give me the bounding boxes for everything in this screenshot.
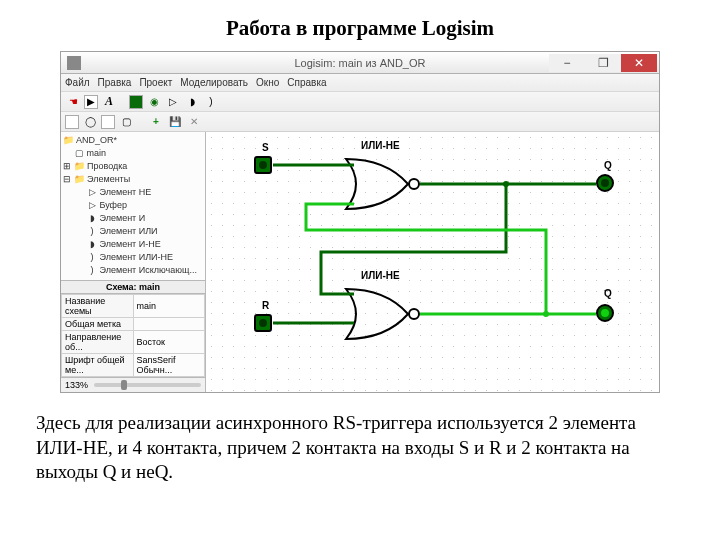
props-header: Схема: main xyxy=(61,280,205,294)
menu-file[interactable]: Файл xyxy=(65,77,90,88)
menubar: Файл Правка Проект Моделировать Окно Спр… xyxy=(61,74,659,92)
ellipse-tool-icon[interactable]: ◯ xyxy=(82,114,98,130)
menu-help[interactable]: Справка xyxy=(287,77,326,88)
tree-or[interactable]: ) Элемент ИЛИ xyxy=(63,225,203,238)
menu-edit[interactable]: Правка xyxy=(98,77,132,88)
tree-and[interactable]: ◗ Элемент И xyxy=(63,212,203,225)
tree-elements[interactable]: ⊟ 📁 Элементы xyxy=(63,173,203,186)
menu-window[interactable]: Окно xyxy=(256,77,279,88)
zoom-bar[interactable]: 133% xyxy=(61,377,205,392)
tree-nand[interactable]: ◗ Элемент И-НЕ xyxy=(63,238,203,251)
add-icon[interactable]: + xyxy=(148,114,164,130)
tree-main[interactable]: ▢ main xyxy=(63,147,203,160)
and-gate-tool-icon[interactable]: ◗ xyxy=(184,94,200,110)
rect-tool-icon[interactable] xyxy=(101,115,115,129)
select-tool-icon[interactable]: ▶ xyxy=(84,95,98,109)
logisim-window: Logisim: main из AND_OR − ❐ ✕ Файл Правк… xyxy=(60,51,660,393)
wires xyxy=(206,132,659,392)
text-tool-icon[interactable]: A xyxy=(101,94,117,110)
window-title: Logisim: main из AND_OR xyxy=(61,57,659,69)
svg-point-5 xyxy=(503,181,509,187)
page-title: Работа в программе Logisim xyxy=(0,0,720,51)
tree-xor[interactable]: ) Элемент Исключающ... xyxy=(63,264,203,277)
sidebar: 📁 AND_OR* ▢ main ⊞ 📁 Проводка ⊟ 📁 Элемен… xyxy=(61,132,206,392)
square-tool-icon[interactable] xyxy=(65,115,79,129)
caption: Здесь для реализации асинхронного RS-три… xyxy=(0,393,720,485)
not-gate-tool-icon[interactable]: ▷ xyxy=(165,94,181,110)
project-tree[interactable]: 📁 AND_OR* ▢ main ⊞ 📁 Проводка ⊟ 📁 Элемен… xyxy=(61,132,205,280)
titlebar: Logisim: main из AND_OR − ❐ ✕ xyxy=(61,52,659,74)
svg-point-6 xyxy=(543,311,549,317)
cut-icon[interactable]: ✕ xyxy=(186,114,202,130)
tree-not[interactable]: ▷ Элемент НЕ xyxy=(63,186,203,199)
menu-project[interactable]: Проект xyxy=(139,77,172,88)
zoom-slider[interactable] xyxy=(94,383,201,387)
pin-out-tool-icon[interactable]: ◉ xyxy=(146,94,162,110)
save-icon[interactable]: 💾 xyxy=(167,114,183,130)
poke-tool-icon[interactable]: ☚ xyxy=(65,94,81,110)
zoom-level: 133% xyxy=(65,380,88,390)
props-table[interactable]: Название схемыmain Общая метка Направлен… xyxy=(61,294,205,377)
toolbar2: ◯ ▢ + 💾 ✕ xyxy=(61,112,659,132)
pin-in-tool-icon[interactable] xyxy=(129,95,143,109)
or-gate-tool-icon[interactable]: ) xyxy=(203,94,219,110)
tree-wiring[interactable]: ⊞ 📁 Проводка xyxy=(63,160,203,173)
canvas[interactable]: S R Q _ Q ИЛИ-НЕ ИЛИ-НЕ xyxy=(206,132,659,392)
toolbar: ☚ ▶ A ◉ ▷ ◗ ) xyxy=(61,92,659,112)
tree-buf[interactable]: ▷ Буфер xyxy=(63,199,203,212)
tree-project[interactable]: 📁 AND_OR* xyxy=(63,134,203,147)
menu-sim[interactable]: Моделировать xyxy=(180,77,248,88)
line-tool-icon[interactable]: ▢ xyxy=(118,114,134,130)
tree-nor[interactable]: ) Элемент ИЛИ-НЕ xyxy=(63,251,203,264)
